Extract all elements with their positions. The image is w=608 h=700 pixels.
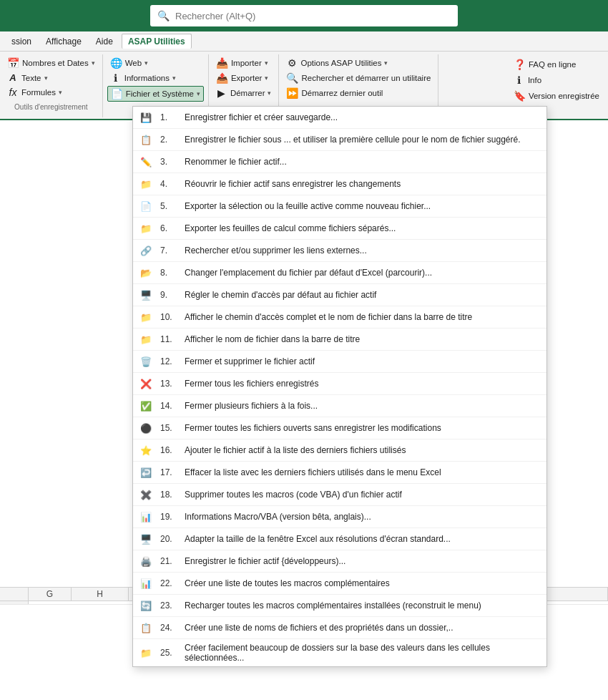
item-text-9: Régler le chemin d'accès par défaut au f…	[185, 290, 376, 300]
search-input-wrap[interactable]: 🔍	[150, 5, 458, 26]
item-num-17: 17.	[160, 467, 177, 477]
btn-exporter[interactable]: 📤 Exporter ▾	[213, 71, 275, 85]
item-icon-9: 🖥️	[139, 288, 153, 302]
item-text-2: Enregistrer le fichier sous ... et utili…	[185, 135, 521, 145]
item-num-1: 1.	[160, 112, 177, 122]
dropdown-arrow: ▾	[59, 89, 62, 96]
btn-informations[interactable]: ℹ Informations ▾	[107, 71, 204, 85]
dropdown-item-6[interactable]: 📁6.Exporter les feuilles de calcul comme…	[133, 218, 546, 240]
item-text-13: Fermer tous les fichiers enregistrés	[185, 379, 318, 389]
btn-web[interactable]: 🌐 Web ▾	[107, 56, 204, 70]
item-icon-6: 📁	[139, 221, 153, 235]
dropdown-item-23[interactable]: 🔄23.Recharger toutes les macros compléme…	[133, 595, 546, 617]
dropdown-item-19[interactable]: 📊19.Informations Macro/VBA (version bêta…	[133, 506, 546, 528]
export-icon: 📤	[216, 72, 228, 84]
info-icon: ℹ	[110, 72, 122, 84]
btn-info[interactable]: ℹ Info	[511, 73, 602, 87]
item-text-18: Supprimer toutes les macros (code VBA) d…	[185, 490, 402, 500]
dropdown-arrow: ▾	[384, 59, 388, 67]
dropdown-item-22[interactable]: 📊22.Créer une liste de toutes les macros…	[133, 573, 546, 595]
item-text-16: Ajouter le fichier actif à la liste des …	[185, 445, 406, 455]
item-num-2: 2.	[160, 135, 177, 145]
dropdown-item-13[interactable]: ❌13.Fermer tous les fichiers enregistrés	[133, 373, 546, 395]
ribbon-group-title-outils: Outils d'enregistrement	[4, 100, 98, 111]
btn-dernier-outil[interactable]: ⏩ Démarrez dernier outil	[283, 86, 433, 100]
menu-item-affichage[interactable]: Affichage	[40, 34, 87, 49]
dropdown-item-12[interactable]: 🗑️12.Fermer et supprimer le fichier acti…	[133, 351, 546, 373]
item-icon-2: 📋	[139, 132, 153, 147]
item-text-19: Informations Macro/VBA (version bêta, an…	[185, 512, 371, 522]
btn-nombres-dates[interactable]: 📅 Nombres et Dates ▾	[4, 56, 98, 70]
btn-options[interactable]: ⚙ Options ASAP Utilities ▾	[283, 56, 433, 70]
dropdown-arrow: ▾	[265, 59, 268, 67]
search-icon: 🔍	[157, 10, 170, 21]
item-num-24: 24.	[160, 623, 177, 633]
item-text-17: Effacer la liste avec les derniers fichi…	[185, 467, 441, 477]
item-num-20: 20.	[160, 534, 177, 544]
dropdown-item-4[interactable]: 📁4.Réouvrir le fichier actif sans enregi…	[133, 173, 546, 195]
dropdown-item-5[interactable]: 📄5.Exporter la sélection ou la feuille a…	[133, 195, 546, 218]
btn-formules[interactable]: fx Formules ▾	[4, 85, 98, 99]
btn-texte[interactable]: A Texte ▾	[4, 71, 98, 84]
menu-item-asap[interactable]: ASAP Utilities	[122, 34, 192, 49]
gear-icon: ⚙	[286, 57, 298, 69]
info2-icon: ℹ	[514, 74, 525, 86]
col-header-h: H	[72, 588, 129, 601]
item-text-1: Enregistrer fichier et créer sauvegarde.…	[185, 112, 338, 122]
dropdown-item-24[interactable]: 📋24.Créer une liste de noms de fichiers …	[133, 617, 546, 639]
dropdown-item-15[interactable]: ⚫15.Fermer toutes les fichiers ouverts s…	[133, 417, 546, 439]
item-num-23: 23.	[160, 601, 177, 611]
item-num-16: 16.	[160, 445, 177, 455]
dropdown-item-11[interactable]: 📁11.Afficher le nom de fichier dans la b…	[133, 329, 546, 351]
dropdown-item-10[interactable]: 📁10.Afficher le chemin d'accès complet e…	[133, 306, 546, 329]
item-text-12: Fermer et supprimer le fichier actif	[185, 356, 315, 366]
dropdown-item-20[interactable]: 🖥️20.Adapter la taille de la fenêtre Exc…	[133, 528, 546, 550]
dropdown-item-3[interactable]: ✏️3.Renommer le fichier actif...	[133, 151, 546, 173]
item-text-8: Changer l'emplacement du fichier par déf…	[185, 268, 432, 278]
dropdown-item-18[interactable]: ✖️18.Supprimer toutes les macros (code V…	[133, 484, 546, 506]
item-text-10: Afficher le chemin d'accès complet et le…	[185, 312, 472, 322]
bookmark-icon: 🔖	[514, 90, 526, 102]
item-text-4: Réouvrir le fichier actif sans enregistr…	[185, 179, 401, 189]
dropdown-item-16[interactable]: ⭐16.Ajouter le fichier actif à la liste …	[133, 439, 546, 462]
item-num-22: 22.	[160, 578, 177, 588]
menu-item-aide[interactable]: Aide	[90, 34, 119, 49]
search-input[interactable]	[175, 11, 451, 21]
menu-bar: ssion Affichage Aide ASAP Utilities	[0, 31, 608, 52]
dropdown-item-21[interactable]: 🖨️21.Enregistrer le fichier actif {dével…	[133, 550, 546, 573]
formula-icon: fx	[7, 87, 19, 98]
dropdown-item-9[interactable]: 🖥️9.Régler le chemin d'accès par défaut …	[133, 284, 546, 306]
dropdown-item-14[interactable]: ✅14.Fermer plusieurs fichiers à la fois.…	[133, 395, 546, 417]
item-num-21: 21.	[160, 556, 177, 566]
menu-item-ssion[interactable]: ssion	[6, 34, 37, 49]
item-text-7: Rechercher et/ou supprimer les liens ext…	[185, 246, 367, 256]
btn-importer[interactable]: 📥 Importer ▾	[213, 56, 275, 70]
dropdown-item-25[interactable]: 📁25.Créer facilement beaucoup de dossier…	[133, 639, 546, 666]
btn-rechercher-utilitaire[interactable]: 🔍 Rechercher et démarrer un utilitaire	[283, 71, 433, 85]
fast-forward-icon: ⏩	[286, 87, 298, 99]
dropdown-arrow: ▾	[144, 59, 148, 67]
btn-faq[interactable]: ❓ FAQ en ligne	[511, 57, 602, 72]
dropdown-arrow: ▾	[92, 59, 95, 67]
btn-demarrer[interactable]: ▶ Démarrer ▾	[213, 86, 275, 100]
btn-fichier-systeme[interactable]: 📄 Fichier et Système ▾	[107, 86, 204, 102]
dropdown-item-8[interactable]: 📂8.Changer l'emplacement du fichier par …	[133, 262, 546, 284]
dropdown-item-7[interactable]: 🔗7.Rechercher et/ou supprimer les liens …	[133, 240, 546, 262]
web-icon: 🌐	[110, 57, 122, 69]
dropdown-arrow: ▾	[265, 74, 268, 82]
dropdown-fichier-systeme: 💾1.Enregistrer fichier et créer sauvegar…	[132, 106, 547, 667]
dropdown-item-2[interactable]: 📋2.Enregistrer le fichier sous ... et ut…	[133, 129, 546, 151]
dropdown-item-17[interactable]: ↩️17.Effacer la liste avec les derniers …	[133, 462, 546, 484]
item-icon-4: 📁	[139, 177, 153, 191]
item-icon-3: ✏️	[139, 155, 153, 169]
item-icon-21: 🖨️	[139, 554, 153, 568]
item-icon-16: ⭐	[139, 443, 153, 457]
btn-version[interactable]: 🔖 Version enregistrée	[511, 89, 602, 103]
item-text-5: Exporter la sélection ou la feuille acti…	[185, 201, 431, 211]
item-icon-11: 📁	[139, 332, 153, 346]
search2-icon: 🔍	[286, 72, 298, 84]
dropdown-item-1[interactable]: 💾1.Enregistrer fichier et créer sauvegar…	[133, 107, 546, 129]
item-text-23: Recharger toutes les macros complémentai…	[185, 601, 481, 611]
item-num-6: 6.	[160, 223, 177, 233]
ribbon-group-help: ❓ FAQ en ligne ℹ Info 🔖 Version enregist…	[505, 54, 608, 106]
